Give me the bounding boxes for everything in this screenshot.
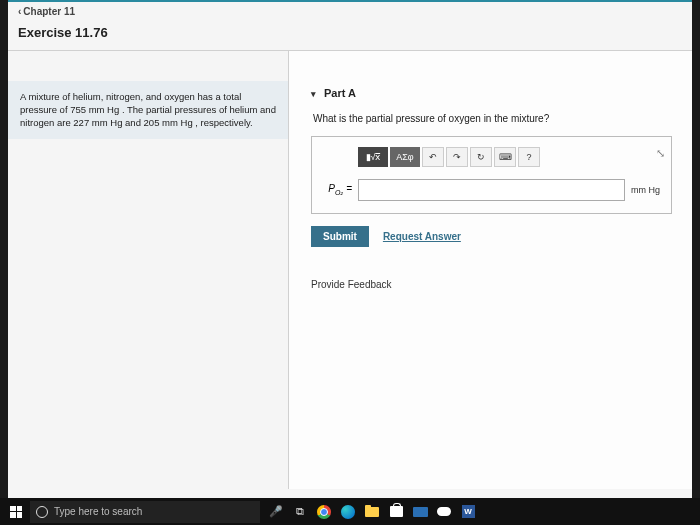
part-a-header[interactable]: Part A xyxy=(311,87,672,99)
keyboard-button[interactable]: ⌨ xyxy=(494,147,516,167)
problem-column: A mixture of helium, nitrogen, and oxyge… xyxy=(8,51,288,489)
search-icon xyxy=(36,506,48,518)
answer-input-row: PO₂ = mm Hg xyxy=(322,179,661,201)
chrome-icon[interactable] xyxy=(312,498,336,525)
submit-button[interactable]: Submit xyxy=(311,226,369,247)
weather-icon[interactable] xyxy=(432,498,456,525)
cursor-icon: ⤡ xyxy=(656,147,665,160)
problem-statement: A mixture of helium, nitrogen, and oxyge… xyxy=(8,81,288,139)
formula-toolbar: ▮√x̅ ΑΣφ ↶ ↷ ↻ ⌨ ? xyxy=(358,147,661,167)
taskbar-search[interactable]: Type here to search xyxy=(30,501,260,523)
answer-box: ⤡ ▮√x̅ ΑΣφ ↶ ↷ ↻ ⌨ ? PO₂ = mm Hg xyxy=(311,136,672,214)
store-icon[interactable] xyxy=(384,498,408,525)
back-chapter-link[interactable]: Chapter 11 xyxy=(18,6,75,17)
breadcrumb-bar: Chapter 11 xyxy=(8,2,692,19)
greek-button[interactable]: ΑΣφ xyxy=(390,147,420,167)
windows-logo-icon xyxy=(10,506,22,518)
mail-icon[interactable] xyxy=(408,498,432,525)
undo-button[interactable]: ↶ xyxy=(422,147,444,167)
file-explorer-icon[interactable] xyxy=(360,498,384,525)
reset-button[interactable]: ↻ xyxy=(470,147,492,167)
start-button[interactable] xyxy=(2,498,30,525)
variable-label: PO₂ = xyxy=(322,183,352,197)
search-placeholder: Type here to search xyxy=(54,506,142,517)
templates-button[interactable]: ▮√x̅ xyxy=(358,147,388,167)
help-button[interactable]: ? xyxy=(518,147,540,167)
unit-label: mm Hg xyxy=(631,185,661,195)
content-area: A mixture of helium, nitrogen, and oxyge… xyxy=(8,51,692,489)
answer-column: Part A What is the partial pressure of o… xyxy=(288,51,692,489)
word-icon[interactable]: W xyxy=(456,498,480,525)
request-answer-link[interactable]: Request Answer xyxy=(383,231,461,242)
edge-icon[interactable] xyxy=(336,498,360,525)
exercise-title: Exercise 11.76 xyxy=(8,19,692,51)
answer-input[interactable] xyxy=(358,179,625,201)
submit-row: Submit Request Answer xyxy=(311,226,672,247)
mic-icon[interactable]: 🎤 xyxy=(264,498,288,525)
windows-taskbar: Type here to search 🎤 ⧉ W xyxy=(0,498,700,525)
provide-feedback-link[interactable]: Provide Feedback xyxy=(311,279,392,290)
app-screen: Chapter 11 Exercise 11.76 A mixture of h… xyxy=(8,0,692,498)
part-a-question: What is the partial pressure of oxygen i… xyxy=(313,113,672,124)
task-view-icon[interactable]: ⧉ xyxy=(288,498,312,525)
redo-button[interactable]: ↷ xyxy=(446,147,468,167)
